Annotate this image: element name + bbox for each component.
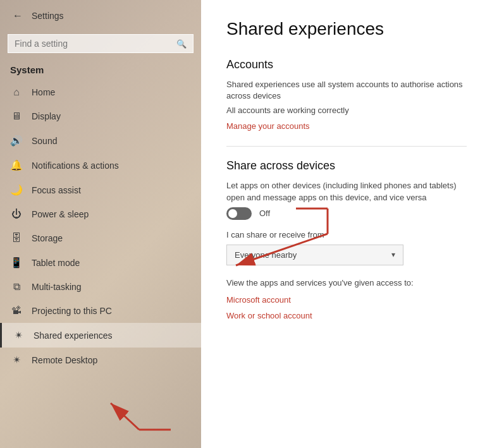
sidebar-item-label: Home (32, 87, 55, 97)
chevron-down-icon: ▾ (391, 250, 395, 259)
sidebar-item-label: Storage (32, 233, 63, 243)
sidebar-item-label: Sound (32, 136, 57, 146)
manage-accounts-link[interactable]: Manage your accounts (226, 121, 310, 131)
share-from-section: I can share or receive from Everyone nea… (226, 230, 467, 265)
home-icon: ⌂ (10, 87, 23, 98)
back-icon: ← (13, 10, 23, 21)
work-school-link[interactable]: Work or school account (226, 311, 467, 320)
power-icon: ⏻ (10, 209, 23, 220)
sidebar-item-multi-tasking[interactable]: ⧉ Multi-tasking (0, 275, 201, 299)
share-title: Share across devices (226, 159, 467, 173)
remote-icon: ✴ (10, 354, 23, 366)
sidebar-item-label: Focus assist (32, 185, 81, 195)
multitasking-icon: ⧉ (10, 281, 23, 293)
share-section: Share across devices Let apps on other d… (226, 146, 467, 320)
sidebar-item-projecting[interactable]: 📽 Projecting to this PC (0, 299, 201, 323)
sidebar-item-label: Shared experiences (34, 330, 113, 341)
accounts-section: Accounts Shared experiences use all syst… (226, 58, 467, 146)
sidebar-item-label: Remote Desktop (32, 355, 97, 365)
search-input[interactable] (15, 39, 176, 49)
view-apps-label: View the apps and services you've given … (226, 278, 467, 288)
projecting-icon: 📽 (10, 305, 23, 317)
sidebar-item-display[interactable]: 🖥 Display (0, 104, 201, 128)
sidebar-item-focus-assist[interactable]: 🌙 Focus assist (0, 178, 201, 202)
system-label: System (0, 61, 201, 80)
sidebar-item-home[interactable]: ⌂ Home (0, 80, 201, 104)
accounts-title: Accounts (226, 58, 467, 71)
microsoft-account-link[interactable]: Microsoft account (226, 295, 467, 305)
storage-icon: 🗄 (10, 233, 23, 244)
sidebar-title: Settings (32, 11, 64, 21)
sidebar-item-label: Notifications & actions (32, 160, 119, 171)
sidebar-item-label: Multi-tasking (32, 282, 82, 292)
sidebar-item-tablet-mode[interactable]: 📱 Tablet mode (0, 250, 201, 275)
sidebar-item-power-sleep[interactable]: ⏻ Power & sleep (0, 202, 201, 226)
accounts-status: All accounts are working correctly (226, 106, 467, 115)
main-content: Shared experiences Accounts Shared exper… (201, 0, 492, 448)
share-desc: Let apps on other devices (including lin… (226, 180, 467, 203)
sidebar-item-label: Projecting to this PC (32, 306, 112, 316)
page-title: Shared experiences (226, 19, 467, 39)
sidebar-item-shared-experiences[interactable]: ✴ Shared experiences (0, 323, 201, 348)
sound-icon: 🔊 (10, 135, 23, 147)
toggle-label: Off (259, 209, 270, 218)
sidebar-item-label: Display (32, 111, 61, 121)
share-toggle[interactable] (226, 207, 252, 220)
tablet-icon: 📱 (10, 257, 23, 269)
notifications-icon: 🔔 (10, 159, 23, 171)
sidebar-item-label: Power & sleep (32, 209, 89, 219)
share-from-dropdown[interactable]: Everyone nearby ▾ (226, 245, 403, 265)
sidebar-item-remote-desktop[interactable]: ✴ Remote Desktop (0, 348, 201, 372)
sidebar-item-sound[interactable]: 🔊 Sound (0, 128, 201, 153)
toggle-row: Off (226, 207, 467, 220)
search-box[interactable]: 🔍 (8, 34, 194, 53)
sidebar-item-notifications[interactable]: 🔔 Notifications & actions (0, 153, 201, 178)
accounts-desc: Shared experiences use all system accoun… (226, 79, 467, 102)
sidebar-header: ← Settings (0, 0, 201, 32)
search-icon: 🔍 (176, 39, 187, 49)
shared-icon: ✴ (12, 329, 25, 341)
focus-icon: 🌙 (10, 184, 23, 196)
sidebar-item-storage[interactable]: 🗄 Storage (0, 226, 201, 250)
sidebar-item-label: Tablet mode (32, 258, 80, 268)
dropdown-value: Everyone nearby (235, 250, 297, 260)
display-icon: 🖥 (10, 111, 23, 122)
share-from-label: I can share or receive from (226, 230, 467, 239)
back-button[interactable]: ← (10, 8, 25, 24)
